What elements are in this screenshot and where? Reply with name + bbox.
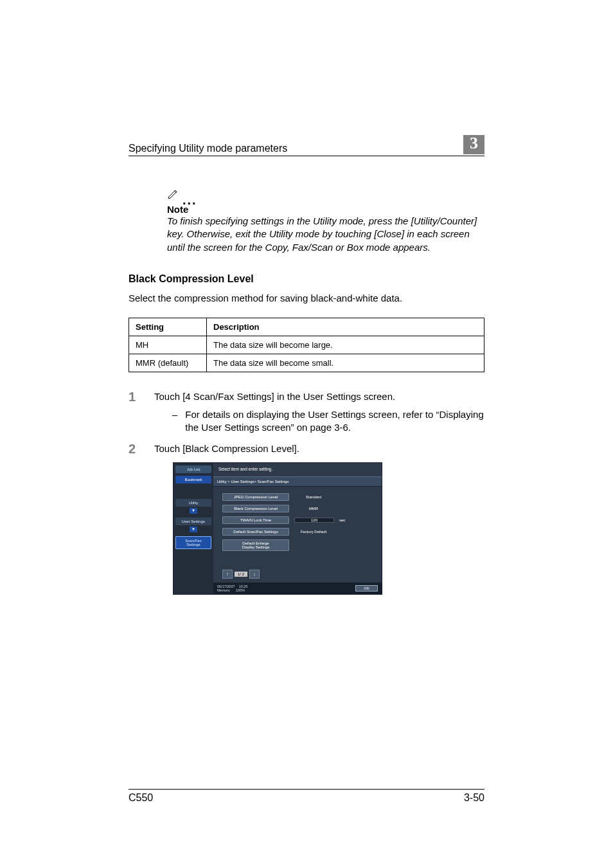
btn-twain-lock[interactable]: TWAIN Lock Time <box>222 516 289 524</box>
crumb-utility[interactable]: Utility <box>175 499 211 507</box>
cell-setting: MH <box>129 336 207 354</box>
chapter-number: 3 <box>463 135 484 154</box>
ellipsis-icon: ... <box>182 197 197 203</box>
btn-default-scanfax[interactable]: Default Scan/Fax Settings <box>222 528 289 536</box>
settings-table: Setting Description MH The data size wil… <box>129 318 484 372</box>
ui-breadcrumb: Utility > User Settings> Scan/Fax Settin… <box>213 476 382 487</box>
tab-bookmark[interactable]: Bookmark <box>175 476 211 484</box>
footer-model: C550 <box>129 792 153 804</box>
val-jpeg-compression: Standard <box>294 495 333 499</box>
section-heading: Black Compression Level <box>129 273 484 285</box>
val-default-scanfax: Factory Default <box>294 530 333 534</box>
th-setting: Setting <box>129 318 207 336</box>
status-memory-label: Memory <box>217 588 230 592</box>
th-description: Description <box>207 318 484 336</box>
section-intro: Select the compression method for saving… <box>129 293 484 303</box>
cell-description: The data size will become large. <box>207 336 484 354</box>
tab-job-list[interactable]: Job List <box>175 466 211 473</box>
chevron-down-icon: ▼ <box>190 508 197 514</box>
btn-black-compression[interactable]: Black Compression Level <box>222 505 289 512</box>
val-twain-lock: 120 <box>294 518 334 523</box>
device-screenshot: Job List Bookmark Utility ▼ User Setting… <box>173 463 382 594</box>
running-header: Specifying Utility mode parameters <box>129 143 287 154</box>
page-up-button[interactable]: ↑ <box>222 570 233 579</box>
note-label: Note <box>167 204 484 215</box>
ok-button[interactable]: OK <box>355 585 378 592</box>
step-text: Touch [Black Compression Level]. <box>154 442 484 455</box>
step-subtext: For details on displaying the User Setti… <box>185 408 484 435</box>
page-indicator: 1/ 2 <box>235 572 247 577</box>
crumb-user-settings[interactable]: User Settings <box>175 518 211 525</box>
cell-description: The data size will become small. <box>207 354 484 372</box>
step-number: 1 <box>129 390 141 435</box>
unit-sec: sec. <box>339 518 346 522</box>
step-text: Touch [4 Scan/Fax Settings] in the User … <box>154 390 484 403</box>
crumb-scan-fax-settings[interactable]: Scan/Fax Settings <box>175 536 211 549</box>
pencil-icon <box>167 188 179 203</box>
cell-setting: MMR (default) <box>129 354 207 372</box>
chevron-down-icon: ▼ <box>190 527 197 532</box>
ui-prompt: Select item and enter setting. <box>213 463 382 476</box>
note-text: To finish specifying settings in the Uti… <box>167 215 484 254</box>
btn-jpeg-compression[interactable]: JPEG Compression Level <box>222 493 289 501</box>
header-rule <box>129 156 484 156</box>
footer-page: 3-50 <box>464 792 484 804</box>
btn-default-enlarge[interactable]: Default Enlarge Display Settings <box>222 539 289 552</box>
val-black-compression: MMR <box>294 507 333 511</box>
page-down-button[interactable]: ↓ <box>249 570 260 579</box>
status-memory-value: 100% <box>236 588 245 592</box>
step-number: 2 <box>129 442 141 455</box>
footer-rule <box>129 789 484 790</box>
table-row: MMR (default) The data size will become … <box>129 354 484 372</box>
dash-bullet: – <box>172 408 177 435</box>
table-row: MH The data size will become large. <box>129 336 484 354</box>
